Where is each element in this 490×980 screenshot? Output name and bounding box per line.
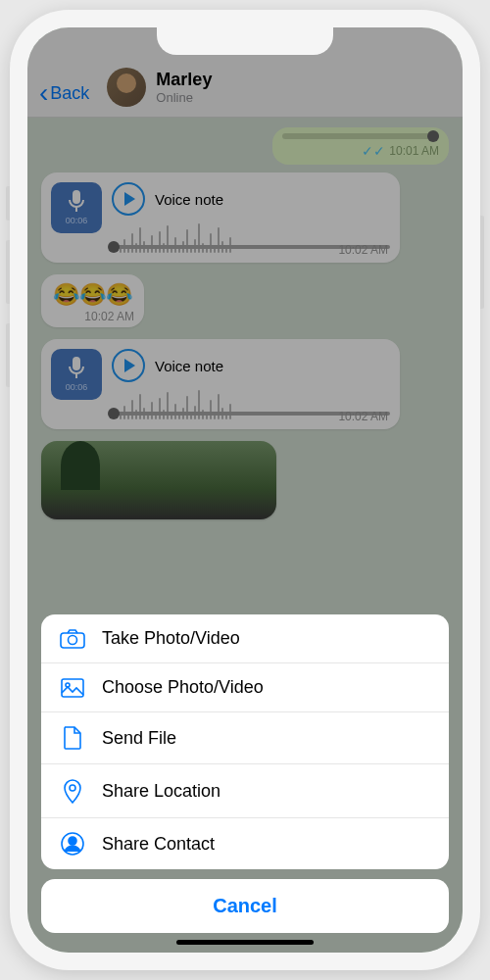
attachment-action-sheet: Take Photo/Video Choose Photo/Video Send…	[41, 614, 449, 933]
location-pin-icon	[59, 778, 86, 804]
phone-side-button-right	[480, 216, 484, 309]
take-photo-item[interactable]: Take Photo/Video	[41, 614, 449, 663]
cancel-button[interactable]: Cancel	[41, 879, 449, 933]
sheet-item-label: Choose Photo/Video	[102, 677, 264, 698]
cancel-label: Cancel	[213, 895, 277, 916]
home-indicator[interactable]	[176, 940, 314, 945]
svg-rect-6	[62, 679, 83, 697]
phone-frame: ‹ Back Marley Online ✓✓ 10:01 AM	[10, 10, 480, 970]
camera-icon	[59, 629, 86, 649]
share-contact-item[interactable]: Share Contact	[41, 818, 449, 869]
sheet-item-label: Share Location	[102, 781, 220, 802]
send-file-item[interactable]: Send File	[41, 712, 449, 764]
svg-point-5	[69, 635, 77, 644]
sheet-item-label: Send File	[102, 728, 176, 749]
file-icon	[59, 726, 86, 750]
contact-icon	[59, 832, 86, 856]
share-location-item[interactable]: Share Location	[41, 764, 449, 818]
notch	[157, 27, 333, 55]
phone-side-buttons-left	[6, 186, 10, 407]
choose-photo-item[interactable]: Choose Photo/Video	[41, 663, 449, 712]
svg-point-8	[70, 785, 75, 791]
screen: ‹ Back Marley Online ✓✓ 10:01 AM	[27, 27, 463, 953]
gallery-icon	[59, 678, 86, 698]
svg-point-10	[69, 837, 76, 845]
sheet-item-label: Share Contact	[102, 834, 215, 855]
sheet-item-label: Take Photo/Video	[102, 628, 240, 649]
